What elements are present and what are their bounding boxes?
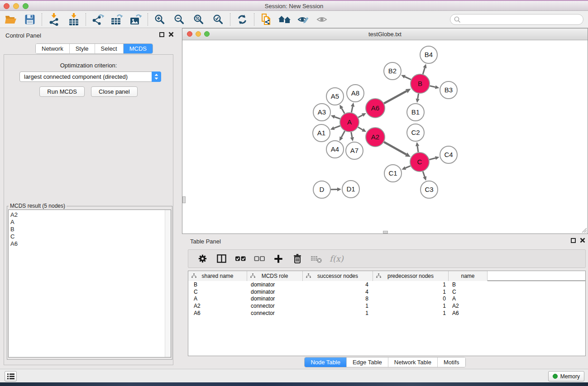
mcds-result-item[interactable]: A2	[10, 211, 171, 219]
scrollbar-track[interactable]	[165, 210, 171, 357]
zoom-selected-icon[interactable]	[210, 12, 226, 27]
close-panel-icon[interactable]	[168, 32, 174, 37]
optimization-criterion-select[interactable]: largest connected component (directed)	[19, 71, 161, 82]
graph-edge-C-C4[interactable]	[429, 158, 435, 159]
table-row[interactable]: Cdominator41C	[188, 288, 585, 295]
graph-edge-A-A5[interactable]	[342, 108, 345, 114]
mcds-result-item[interactable]: B	[10, 226, 171, 233]
column-header-mcds-role[interactable]: MCDS role	[247, 271, 303, 281]
tab-select[interactable]: Select	[95, 44, 124, 53]
export-image-icon[interactable]	[128, 12, 144, 27]
graph-edge-C-C2[interactable]	[417, 146, 418, 152]
table-cell[interactable]: A	[449, 295, 488, 302]
close-panel-icon[interactable]	[580, 238, 585, 243]
network-window-titlebar[interactable]: testGlobe.txt	[182, 29, 588, 40]
graph-edge-A6-B[interactable]	[384, 91, 406, 103]
table-row[interactable]: A6connector11A6	[188, 310, 585, 317]
graph-edge-C-C3[interactable]	[423, 172, 425, 177]
table-cell[interactable]: 1	[373, 310, 449, 316]
graph-edge-A2-C[interactable]	[384, 142, 406, 155]
table-cell[interactable]: 1	[303, 310, 373, 316]
zoom-fit-icon[interactable]	[191, 12, 207, 27]
tab-motifs[interactable]: Motifs	[438, 357, 465, 367]
export-network-icon[interactable]	[90, 12, 106, 27]
table-row[interactable]: Bdominator41B	[188, 281, 585, 288]
delete-table-icon[interactable]	[311, 253, 322, 265]
export-table-icon[interactable]	[109, 12, 125, 27]
table-cell[interactable]: B	[449, 281, 488, 288]
graph-edge-A-A1[interactable]	[334, 126, 340, 128]
search-box[interactable]	[450, 14, 583, 25]
graph-edge-A-A7[interactable]	[351, 132, 352, 138]
table-cell[interactable]: connector	[247, 310, 303, 316]
mcds-result-item[interactable]: C	[10, 233, 171, 240]
settings-gear-icon[interactable]	[196, 253, 208, 265]
table-cell[interactable]: 4	[303, 281, 373, 288]
network-graph[interactable]: B4B2BB3A5A8A6A3B1AA1C2A2A4A7C4CC1C3DD1	[182, 41, 588, 234]
panel-grip-handle[interactable]	[182, 196, 186, 203]
refresh-icon[interactable]	[234, 12, 250, 27]
search-input[interactable]	[464, 16, 579, 23]
show-graphics-eye-icon[interactable]	[314, 12, 330, 27]
tab-style[interactable]: Style	[70, 44, 95, 53]
tab-network-table[interactable]: Network Table	[388, 357, 438, 367]
graph-edge-C-C1[interactable]	[406, 166, 411, 168]
graph-edge-A-A4[interactable]	[341, 131, 345, 137]
panel-grip-handle[interactable]	[383, 231, 388, 234]
table-cell[interactable]: A6	[188, 310, 247, 316]
table-cell[interactable]: 8	[303, 295, 373, 302]
save-icon[interactable]	[22, 12, 38, 27]
column-header-successor-nodes[interactable]: successor nodes	[303, 271, 373, 281]
close-panel-button[interactable]: Close panel	[91, 86, 138, 97]
network-canvas[interactable]: B4B2BB3A5A8A6A3B1AA1C2A2A4A7C4CC1C3DD1	[182, 41, 588, 234]
clone-network-icon[interactable]	[258, 12, 274, 27]
table-cell[interactable]: connector	[247, 303, 303, 309]
graph-edge-A-A6[interactable]	[358, 115, 363, 117]
table-cell[interactable]: 1	[373, 289, 449, 295]
table-cell[interactable]: A2	[188, 303, 247, 309]
run-mcds-button[interactable]: Run MCDS	[39, 86, 85, 97]
column-header-name[interactable]: name	[449, 271, 488, 281]
table-cell[interactable]: 0	[373, 295, 449, 302]
add-column-icon[interactable]	[272, 253, 284, 265]
hide-graphics-eye-pen-icon[interactable]	[295, 12, 311, 27]
table-cell[interactable]: 4	[303, 289, 373, 295]
table-cell[interactable]: dominator	[247, 295, 303, 302]
float-panel-icon[interactable]	[159, 32, 164, 37]
table-row[interactable]: A2connector11A2	[188, 302, 585, 310]
table-cell[interactable]: A	[188, 295, 247, 302]
import-table-icon[interactable]	[66, 12, 82, 27]
table-cell[interactable]: A2	[449, 303, 488, 309]
table-cell[interactable]: C	[188, 289, 247, 295]
tab-network[interactable]: Network	[36, 44, 70, 53]
graph-edge-A-A3[interactable]	[335, 117, 340, 119]
graph-edge-B-B2[interactable]	[405, 77, 411, 80]
table-cell[interactable]: dominator	[247, 289, 303, 295]
tab-node-table[interactable]: Node Table	[305, 357, 347, 367]
graph-edge-B-B4[interactable]	[423, 68, 425, 74]
table-cell[interactable]: 1	[303, 303, 373, 309]
table-row[interactable]: Adominator80A	[188, 295, 585, 302]
zoom-out-icon[interactable]	[171, 12, 187, 27]
folder-open-icon[interactable]	[3, 12, 19, 27]
table-cell[interactable]: 1	[373, 281, 449, 288]
table-cell[interactable]: B	[188, 281, 247, 288]
table-cell[interactable]: dominator	[247, 281, 303, 288]
graph-edge-A-A2[interactable]	[358, 127, 363, 130]
graph-edge-B-B1[interactable]	[418, 94, 419, 99]
tab-mcds[interactable]: MCDS	[124, 44, 153, 53]
memory-button[interactable]: Memory	[548, 371, 584, 381]
mcds-result-item[interactable]: A6	[10, 240, 171, 248]
graph-edge-A-A8[interactable]	[351, 106, 353, 112]
column-header-predecessor-nodes[interactable]: predecessor nodes	[373, 271, 449, 281]
table-cell[interactable]: 1	[373, 303, 449, 309]
delete-trash-icon[interactable]	[292, 253, 303, 265]
import-network-icon[interactable]	[46, 12, 62, 27]
select-all-icon[interactable]	[234, 253, 246, 265]
resize-grip-icon[interactable]	[581, 227, 587, 233]
deselect-all-icon[interactable]	[253, 253, 265, 265]
mcds-result-list[interactable]: A2ABCA6	[8, 210, 171, 357]
status-list-button[interactable]	[5, 371, 17, 381]
tab-edge-table[interactable]: Edge Table	[347, 357, 388, 367]
graph-edge-B-B3[interactable]	[430, 86, 435, 87]
